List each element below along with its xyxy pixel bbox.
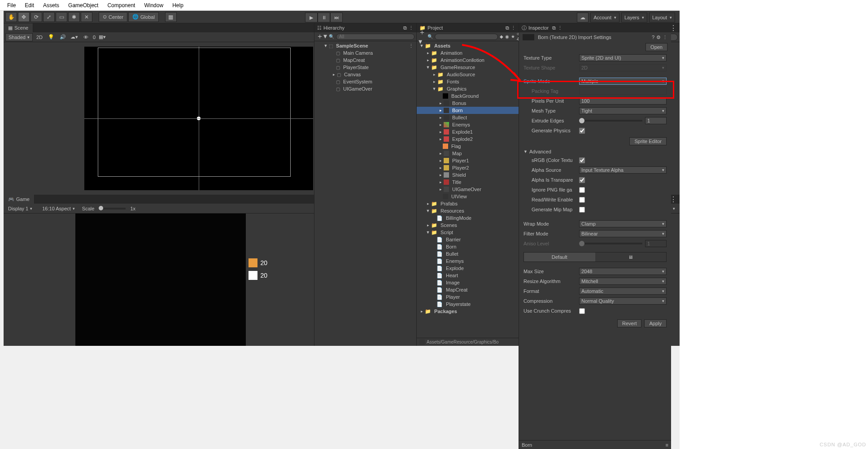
- project-folder[interactable]: ▸📁 Prafabs: [417, 200, 519, 207]
- favorite-icon[interactable]: ★: [511, 34, 515, 39]
- mesh-type-dropdown[interactable]: Tight: [579, 107, 667, 114]
- 2d-toggle[interactable]: 2D: [35, 33, 44, 41]
- menu-edit[interactable]: Edit: [20, 2, 39, 9]
- crunch-checkbox[interactable]: [579, 308, 585, 314]
- project-asset[interactable]: ▸ Shield: [417, 171, 519, 179]
- project-asset[interactable]: ▸ Player1: [417, 157, 519, 164]
- layout-dropdown[interactable]: Layout: [649, 13, 675, 22]
- preview-header[interactable]: Born≡: [519, 440, 671, 449]
- menu-help[interactable]: Help: [168, 2, 188, 9]
- audio-icon[interactable]: 🔊: [58, 33, 68, 41]
- project-root[interactable]: ▼📁 Assets: [417, 42, 519, 49]
- pivot-toggle[interactable]: ⊙Center: [99, 12, 127, 22]
- platform-default-tab[interactable]: Default: [524, 253, 595, 262]
- inspector-menu-icon[interactable]: ⋮: [558, 25, 563, 31]
- fx-dropdown-icon[interactable]: ☁▾: [70, 33, 79, 41]
- rotate-tool-icon[interactable]: ⟳: [31, 12, 42, 22]
- project-asset[interactable]: 📄 BillingMode: [417, 214, 519, 222]
- play-button[interactable]: ▶: [305, 13, 318, 22]
- read-write-checkbox[interactable]: [579, 197, 585, 203]
- scale-slider[interactable]: [99, 208, 126, 209]
- hidden-objects-icon[interactable]: 👁: [81, 33, 91, 41]
- menu-window[interactable]: Window: [140, 2, 168, 9]
- format-dropdown[interactable]: Automatic: [579, 288, 667, 295]
- menu-file[interactable]: File: [3, 2, 20, 9]
- project-asset[interactable]: ▸ Player2: [417, 164, 519, 171]
- cloud-icon[interactable]: ☁: [577, 13, 589, 22]
- project-asset[interactable]: Flag: [417, 143, 519, 150]
- filter-type-icon[interactable]: ◆: [500, 34, 503, 39]
- project-folder[interactable]: ▼📁 Graphics: [417, 85, 519, 92]
- project-asset[interactable]: BackGround: [417, 92, 519, 100]
- project-script[interactable]: 📄 Playerstate: [417, 301, 519, 308]
- sprite-mode-dropdown[interactable]: Multiple: [579, 78, 667, 85]
- revert-button[interactable]: Revert: [617, 319, 641, 327]
- wrap-mode-dropdown[interactable]: Clamp: [579, 220, 667, 227]
- resize-dropdown[interactable]: Mitchell: [579, 278, 667, 285]
- move-tool-icon[interactable]: ✥: [18, 12, 30, 22]
- project-script[interactable]: 📄 Barrier: [417, 236, 519, 243]
- extrude-value[interactable]: 1: [645, 117, 667, 124]
- hierarchy-item[interactable]: ▢ Main Camera: [314, 49, 416, 57]
- menu-gameobject[interactable]: GameObject: [64, 2, 103, 9]
- project-asset[interactable]: ▸ Explode1: [417, 128, 519, 135]
- account-dropdown[interactable]: Account: [590, 13, 619, 22]
- menu-assets[interactable]: Assets: [39, 2, 64, 9]
- project-menu-icon[interactable]: ⋮: [511, 25, 516, 31]
- project-folder[interactable]: ▼📁 GameResource: [417, 64, 519, 71]
- filter-label-icon[interactable]: ◉: [505, 34, 509, 39]
- project-script[interactable]: 📄 Explode: [417, 265, 519, 272]
- gen-mip-checkbox[interactable]: [579, 207, 585, 213]
- layers-dropdown[interactable]: Layers: [621, 13, 647, 22]
- apply-button[interactable]: Apply: [644, 319, 667, 327]
- project-folder[interactable]: ▸📁 Animation: [417, 49, 519, 57]
- project-search-input[interactable]: [435, 34, 498, 40]
- hierarchy-menu-icon[interactable]: ⋮: [409, 25, 414, 31]
- menu-component[interactable]: Component: [103, 2, 140, 9]
- project-script[interactable]: 📄 Bullet: [417, 250, 519, 257]
- project-folder[interactable]: ▸📁 AnimationConllotion: [417, 57, 519, 64]
- preview-menu-icon[interactable]: ≡: [666, 442, 668, 448]
- project-asset[interactable]: ▸ Explode2: [417, 135, 519, 143]
- extrude-slider[interactable]: [579, 120, 642, 122]
- scene-root[interactable]: ▼⬚ SampleScene⋮: [314, 42, 416, 49]
- srgb-checkbox[interactable]: [579, 157, 585, 163]
- project-asset[interactable]: ▸ Bonus: [417, 100, 519, 107]
- project-script[interactable]: 📄 Player: [417, 293, 519, 301]
- max-size-dropdown[interactable]: 2048: [579, 268, 667, 275]
- project-asset[interactable]: UIView: [417, 193, 519, 200]
- project-popout-icon[interactable]: ⧉: [506, 25, 509, 31]
- tab-scene[interactable]: ▦Scene: [4, 23, 33, 32]
- hand-tool-icon[interactable]: ✋: [5, 12, 17, 22]
- project-script[interactable]: 📄 Born: [417, 243, 519, 250]
- project-folder[interactable]: ▸📁 Scenes: [417, 222, 519, 229]
- rect-tool-icon[interactable]: ▭: [56, 12, 67, 22]
- open-button[interactable]: Open: [646, 43, 667, 51]
- project-folder[interactable]: ▸📁 Fonts: [417, 78, 519, 85]
- alpha-source-dropdown[interactable]: Input Texture Alpha: [579, 166, 667, 174]
- project-folder[interactable]: ▼📁 Resources: [417, 207, 519, 214]
- project-folder[interactable]: ▼📁 Script: [417, 229, 519, 236]
- scene-menu-icon[interactable]: ⋮: [409, 43, 416, 49]
- hierarchy-item[interactable]: ▢ MapCreat: [314, 57, 416, 64]
- hierarchy-item[interactable]: ▢ UIGameOver: [314, 85, 416, 92]
- project-asset[interactable]: ▸ Enemys: [417, 121, 519, 128]
- tab-game[interactable]: 🎮Game: [4, 195, 35, 204]
- step-button[interactable]: ⏭: [330, 13, 343, 22]
- hierarchy-create-icon[interactable]: ＋▾: [316, 32, 327, 41]
- advanced-header[interactable]: ▼Advanced: [523, 149, 667, 154]
- snap-settings-icon[interactable]: ▦: [165, 12, 177, 22]
- preset-icon[interactable]: ⚙: [656, 35, 661, 40]
- project-asset[interactable]: ▸ UIGameOver: [417, 186, 519, 193]
- project-script[interactable]: 📄 Image: [417, 279, 519, 286]
- space-toggle[interactable]: 🌐Global: [128, 12, 159, 22]
- platform-standalone-tab[interactable]: 🖥: [595, 253, 667, 262]
- hierarchy-search-input[interactable]: [336, 34, 414, 40]
- scale-tool-icon[interactable]: ⤢: [43, 12, 55, 22]
- project-asset[interactable]: ▸ Title: [417, 179, 519, 186]
- hierarchy-item[interactable]: ▢ PlayerState: [314, 64, 416, 71]
- display-dropdown[interactable]: Display 1: [5, 206, 35, 211]
- hierarchy-item[interactable]: ▢ EventSystem: [314, 78, 416, 85]
- inspector-popout-icon[interactable]: ⧉: [552, 25, 556, 31]
- project-folder[interactable]: ▸📁 AudioSource: [417, 71, 519, 78]
